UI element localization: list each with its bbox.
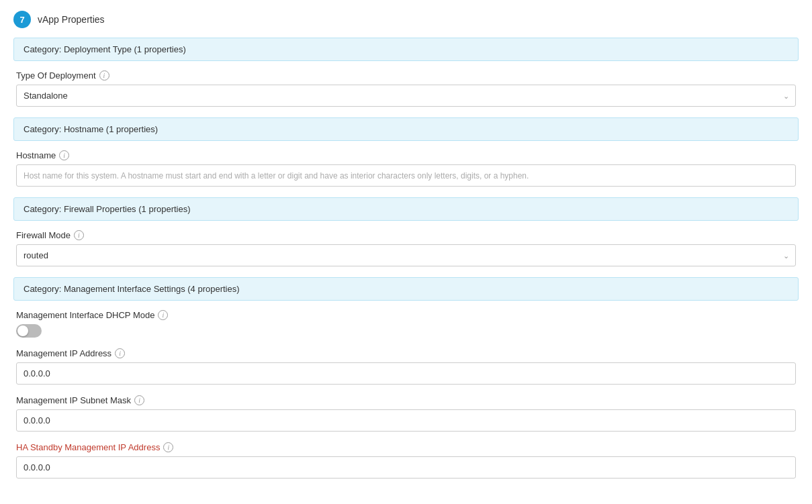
field-group-deployment: Type Of Deployment i Standalone Cluster … [13, 70, 799, 107]
section-firewall: Category: Firewall Properties (1 propert… [13, 197, 799, 266]
field-group-dhcp-mode: Management Interface DHCP Mode i [13, 310, 799, 338]
section-management-interface: Category: Management Interface Settings … [13, 277, 799, 478]
label-firewall-mode: Firewall Mode i [16, 230, 796, 240]
dhcp-mode-toggle[interactable] [16, 324, 42, 338]
info-icon-dhcp-mode[interactable]: i [158, 310, 168, 320]
page-container: 7 vApp Properties Category: Deployment T… [0, 0, 812, 500]
field-group-hostname: Hostname i [13, 150, 799, 187]
info-icon-mgmt-ip[interactable]: i [115, 348, 125, 358]
section-deployment-type: Category: Deployment Type (1 properties)… [13, 38, 799, 107]
field-group-firewall: Firewall Mode i routed transparent ⌄ [13, 230, 799, 266]
info-icon-firewall[interactable]: i [74, 230, 84, 240]
category-header-deployment: Category: Deployment Type (1 properties) [13, 38, 799, 61]
field-group-ha-standby: HA Standby Management IP Address i [13, 442, 799, 478]
step-badge: 7 [13, 11, 31, 28]
ha-standby-ip-input[interactable] [16, 456, 796, 478]
label-mgmt-ip-address: Management IP Address i [16, 348, 796, 358]
page-title: vApp Properties [38, 14, 105, 25]
label-mgmt-dhcp-mode: Management Interface DHCP Mode i [16, 310, 796, 320]
page-header: 7 vApp Properties [13, 11, 799, 28]
toggle-wrapper-dhcp [16, 324, 796, 338]
mgmt-ip-subnet-input[interactable] [16, 409, 796, 432]
label-hostname: Hostname i [16, 150, 796, 160]
category-header-hostname: Category: Hostname (1 properties) [13, 117, 799, 141]
select-wrapper-deployment: Standalone Cluster HA ⌄ [16, 85, 796, 107]
info-icon-deployment[interactable]: i [99, 70, 109, 81]
info-icon-mgmt-subnet[interactable]: i [134, 395, 144, 405]
mgmt-ip-address-input[interactable] [16, 362, 796, 385]
category-header-firewall: Category: Firewall Properties (1 propert… [13, 197, 799, 221]
firewall-mode-select[interactable]: routed transparent [16, 244, 796, 266]
label-ha-standby-ip: HA Standby Management IP Address i [16, 442, 796, 452]
field-group-mgmt-ip: Management IP Address i [13, 348, 799, 385]
select-wrapper-firewall: routed transparent ⌄ [16, 244, 796, 266]
field-group-mgmt-subnet: Management IP Subnet Mask i [13, 395, 799, 432]
label-mgmt-ip-subnet: Management IP Subnet Mask i [16, 395, 796, 405]
section-hostname: Category: Hostname (1 properties) Hostna… [13, 117, 799, 187]
label-type-of-deployment: Type Of Deployment i [16, 70, 796, 81]
info-icon-ha-standby[interactable]: i [163, 442, 173, 452]
hostname-input[interactable] [16, 164, 796, 187]
type-of-deployment-select[interactable]: Standalone Cluster HA [16, 85, 796, 107]
info-icon-hostname[interactable]: i [59, 150, 69, 160]
category-header-management: Category: Management Interface Settings … [13, 277, 799, 301]
toggle-knob-dhcp [17, 325, 28, 336]
